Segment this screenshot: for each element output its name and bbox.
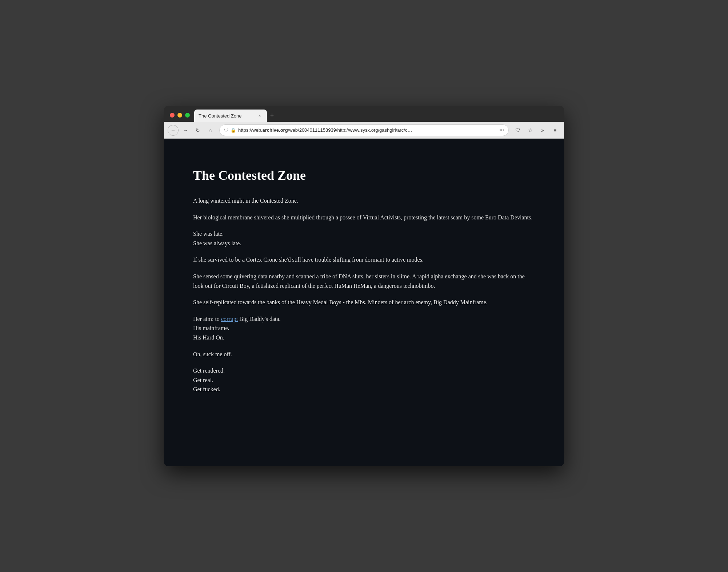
toolbar: ← → ↻ ⌂ 🛡 🔒 https://web.archive.org/web/… <box>164 122 564 139</box>
paragraph-9-line3: Get fucked. <box>193 386 220 392</box>
paragraph-4: If she survived to be a Cortex Crone she… <box>193 255 535 265</box>
page-body: A long wintered night in the Contested Z… <box>193 196 535 394</box>
paragraph-9-line2: Get real. <box>193 377 213 383</box>
paragraph-3-line2: She was always late. <box>193 240 241 246</box>
extensions-icon: » <box>541 127 544 133</box>
traffic-lights <box>170 113 190 118</box>
title-bar: The Contested Zone × + <box>164 106 564 122</box>
paragraph-1: A long wintered night in the Contested Z… <box>193 196 535 206</box>
browser-window: The Contested Zone × + ← → ↻ ⌂ 🛡 🔒 https… <box>164 106 564 466</box>
more-options-icon[interactable]: ••• <box>499 128 504 133</box>
page-title: The Contested Zone <box>193 168 535 183</box>
menu-icon: ≡ <box>553 127 556 133</box>
paragraph-9-line1: Get rendered. <box>193 368 225 374</box>
back-icon: ← <box>171 127 176 133</box>
paragraph-7-suffix: Big Daddy's data. <box>238 316 281 322</box>
bookmark-button[interactable]: ☆ <box>525 125 536 136</box>
menu-button[interactable]: ≡ <box>549 125 560 136</box>
bookmark-icon: ☆ <box>528 127 533 133</box>
pocket-button[interactable]: 🛡 <box>512 125 523 136</box>
forward-icon: → <box>183 127 188 133</box>
home-icon: ⌂ <box>209 127 212 133</box>
active-tab[interactable]: The Contested Zone × <box>194 110 267 122</box>
paragraph-3: She was late. She was always late. <box>193 229 535 248</box>
paragraph-3-line1: She was late. <box>193 231 224 237</box>
paragraph-5: She sensed some quivering data nearby an… <box>193 272 535 290</box>
minimize-window-button[interactable] <box>177 113 182 118</box>
home-button[interactable]: ⌂ <box>205 125 216 136</box>
url-text: https://web.archive.org/web/200401111539… <box>238 127 497 133</box>
paragraph-7: Her aim: to corrupt Big Daddy's data. Hi… <box>193 314 535 342</box>
url-bold: archive.org <box>262 127 288 133</box>
back-button[interactable]: ← <box>168 125 179 136</box>
pocket-icon: 🛡 <box>515 127 520 133</box>
reload-button[interactable]: ↻ <box>192 125 203 136</box>
address-bar[interactable]: 🛡 🔒 https://web.archive.org/web/20040111… <box>219 124 509 136</box>
forward-button[interactable]: → <box>180 125 191 136</box>
new-tab-button[interactable]: + <box>267 110 277 120</box>
tab-close-button[interactable]: × <box>257 113 263 119</box>
paragraph-2: Her biological membrane shivered as she … <box>193 213 535 222</box>
tabs-area: The Contested Zone × + <box>194 106 564 122</box>
paragraph-9: Get rendered. Get real. Get fucked. <box>193 366 535 394</box>
paragraph-6: She self-replicated towards the banks of… <box>193 298 535 307</box>
lock-icon: 🔒 <box>231 128 236 133</box>
toolbar-actions: 🛡 ☆ » ≡ <box>512 125 560 136</box>
corrupt-link[interactable]: corrupt <box>221 316 238 322</box>
url-prefix: https://web. <box>238 127 262 133</box>
url-rest: /web/20040111153939/http://www.sysx.org/… <box>288 127 412 133</box>
paragraph-7-prefix: Her aim: to <box>193 316 221 322</box>
maximize-window-button[interactable] <box>185 113 190 118</box>
reload-icon: ↻ <box>196 127 200 133</box>
tab-title: The Contested Zone <box>199 113 254 119</box>
shield-icon: 🛡 <box>224 128 228 133</box>
close-window-button[interactable] <box>170 113 175 118</box>
page-content: The Contested Zone A long wintered night… <box>164 139 564 466</box>
paragraph-7-line2: His mainframe. <box>193 325 229 331</box>
extensions-button[interactable]: » <box>537 125 548 136</box>
paragraph-8: Oh, suck me off. <box>193 350 535 359</box>
paragraph-7-line3: His Hard On. <box>193 334 224 341</box>
